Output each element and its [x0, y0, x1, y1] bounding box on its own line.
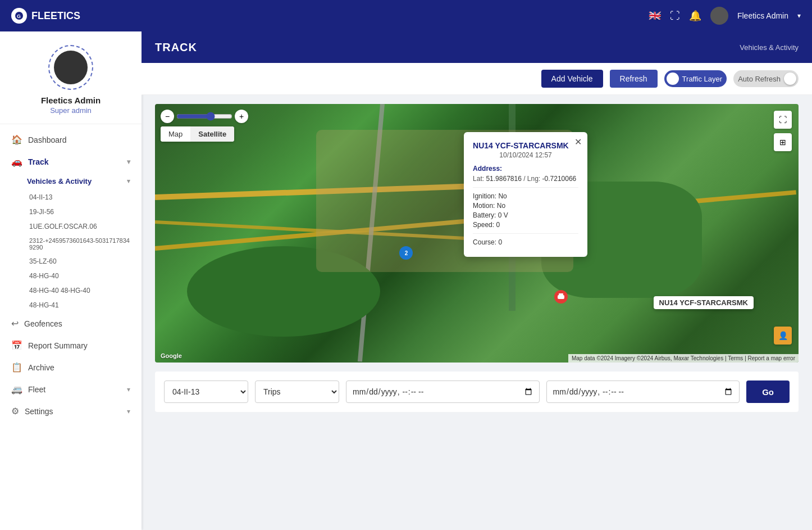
admin-dropdown-icon[interactable]: ▾ — [797, 12, 801, 20]
popup-coords: Lat: 51.9867816 / Lng: -0.7210066 — [473, 175, 578, 183]
sidebar-item-dashboard[interactable]: 🏠 Dashboard — [0, 129, 142, 151]
popup-lng: -0.7210066 — [542, 175, 577, 183]
map-controls-right: ⛶ ⊞ — [774, 111, 792, 151]
vehicle-item-6[interactable]: 48-HG-40 48-HG-40 — [0, 283, 142, 298]
main: TRACK Vehicles & Activity Add Vehicle Re… — [142, 31, 812, 530]
sidebar-item-label-fleet: Fleet — [28, 385, 45, 394]
map-type-satellite-button[interactable]: Satellite — [190, 126, 234, 142]
vehicle-select[interactable]: 04-II-13 19-JI-56 1UE.GOLF.OSCAR.06 35-L… — [164, 380, 248, 403]
sidebar-item-geofences[interactable]: ↩ Geofences — [0, 312, 142, 334]
vehicle-item-4[interactable]: 35-LZ-60 — [0, 254, 142, 269]
fleet-icon: 🚐 — [11, 384, 22, 395]
map-type-map-button[interactable]: Map — [161, 126, 190, 142]
zoom-in-button[interactable]: + — [235, 110, 248, 123]
sidebar-item-report-summary[interactable]: 📅 Report Summary — [0, 334, 142, 356]
auto-refresh-toggle[interactable]: Auto Refresh — [733, 70, 799, 87]
page-title: TRACK — [155, 41, 197, 54]
vehicle-item-7[interactable]: 48-HG-41 — [0, 298, 142, 312]
sidebar-item-track[interactable]: 🚗 Track ▾ — [0, 151, 142, 173]
logo-icon: G — [11, 8, 27, 24]
popup-motion-value: No — [497, 202, 505, 210]
svg-rect-3 — [559, 293, 563, 296]
popup-address-label: Address: — [473, 165, 578, 173]
sidebar-item-label-geofences: Geofences — [24, 319, 62, 328]
grid-view-button[interactable]: ⊞ — [774, 133, 792, 151]
traffic-layer-knob — [667, 73, 679, 85]
popup-battery-value: 0 V — [498, 211, 508, 219]
popup-divider — [473, 187, 578, 188]
sidebar-item-label-report: Report Summary — [28, 341, 88, 350]
vehicle-item-0[interactable]: 04-II-13 — [0, 190, 142, 205]
zoom-slider[interactable] — [176, 112, 232, 121]
from-date-input[interactable] — [346, 380, 540, 403]
sidebar-item-vehicles-activity[interactable]: Vehicles & Activity ▾ — [0, 173, 142, 190]
popup-course-label: Course: — [473, 238, 498, 246]
sidebar-item-label-track: Track — [28, 157, 49, 166]
traffic-layer-toggle[interactable]: Traffic Layer — [664, 70, 727, 87]
vehicle-list: 04-II-13 19-JI-56 1UE.GOLF.OSCAR.06 2312… — [0, 190, 142, 312]
popup-ignition-value: No — [498, 192, 507, 200]
popup-course-value: 0 — [498, 238, 502, 246]
popup-battery-label: Battery: — [473, 211, 498, 219]
map-vehicle-label: NU14 YCF-STARCARSMK — [654, 296, 754, 309]
vehicle-item-1[interactable]: 19-JI-56 — [0, 205, 142, 219]
sub-nav-track: Vehicles & Activity ▾ 04-II-13 19-JI-56 … — [0, 173, 142, 312]
popup-vehicle-id: NU14 YCF-STARCARSMK — [473, 141, 578, 150]
popup-ignition: Ignition: No — [473, 192, 578, 200]
popup-ignition-label: Ignition: — [473, 192, 498, 200]
fleet-chevron-icon: ▾ — [127, 386, 130, 393]
fullscreen-map-button[interactable]: ⛶ — [774, 111, 792, 129]
sidebar-item-label-archive: Archive — [28, 363, 54, 372]
settings-icon: ⚙ — [11, 406, 19, 416]
vehicle-item-2[interactable]: 1UE.GOLF.OSCAR.06 — [0, 219, 142, 234]
profile-avatar — [54, 51, 88, 84]
go-button[interactable]: Go — [746, 380, 790, 403]
sidebar-item-archive[interactable]: 📋 Archive — [0, 356, 142, 378]
map-info-popup: ✕ NU14 YCF-STARCARSMK 10/10/2024 12:57 A… — [464, 132, 587, 257]
map-type-controls: Map Satellite — [161, 126, 234, 142]
street-view-button[interactable]: 👤 — [774, 327, 792, 345]
vehicle-item-5[interactable]: 48-HG-40 — [0, 269, 142, 283]
sidebar-profile: Fleetics Admin Super admin — [0, 31, 142, 124]
sidebar-item-fleet[interactable]: 🚐 Fleet ▾ — [0, 378, 142, 400]
flag-icon[interactable]: 🇬🇧 — [649, 10, 661, 22]
topnav: G FLEETICS 🇬🇧 ⛶ 🔔 Fleetics Admin ▾ — [0, 0, 812, 31]
sidebar-item-settings[interactable]: ⚙ Settings ▾ — [0, 400, 142, 422]
add-vehicle-button[interactable]: Add Vehicle — [541, 70, 603, 88]
sidebar: Fleetics Admin Super admin 🏠 Dashboard 🚗… — [0, 31, 142, 530]
popup-motion: Motion: No — [473, 202, 578, 210]
vehicle-marker-red[interactable] — [554, 290, 568, 303]
bell-icon[interactable]: 🔔 — [689, 10, 701, 22]
to-date-input[interactable] — [546, 380, 740, 403]
vehicle-item-3[interactable]: 2312-+2459573601643-50317178349290 — [0, 234, 142, 254]
map-container[interactable]: − + Map Satellite 2 ✕ NU14 YCF-STARCARSM… — [155, 104, 799, 363]
report-type-select[interactable]: Trips Stops Events Summary — [255, 380, 339, 403]
zoom-out-button[interactable]: − — [161, 110, 174, 123]
svg-text:G: G — [17, 13, 21, 19]
google-watermark: Google — [161, 352, 182, 359]
popup-battery: Battery: 0 V — [473, 211, 578, 219]
sidebar-item-label-dashboard: Dashboard — [28, 135, 67, 144]
vehicles-chevron-icon: ▾ — [127, 178, 130, 185]
popup-speed-label: Speed: — [473, 221, 496, 229]
filter-bar: 04-II-13 19-JI-56 1UE.GOLF.OSCAR.06 35-L… — [155, 372, 799, 412]
settings-chevron-icon: ▾ — [127, 407, 130, 415]
popup-close-button[interactable]: ✕ — [574, 137, 582, 147]
breadcrumb: Vehicles & Activity — [740, 43, 799, 52]
archive-icon: 📋 — [11, 362, 22, 373]
vehicles-activity-label: Vehicles & Activity — [27, 177, 92, 185]
popup-lat: 51.9867816 — [486, 175, 521, 183]
refresh-button[interactable]: Refresh — [610, 70, 658, 88]
popup-speed-value: 0 — [496, 221, 500, 229]
sidebar-item-label-settings: Settings — [25, 407, 53, 416]
map-attribution: Map data ©2024 Imagery ©2024 Airbus, Max… — [568, 354, 799, 363]
popup-divider-2 — [473, 233, 578, 234]
admin-name: Fleetics Admin — [737, 11, 788, 20]
app-name: FLEETICS — [31, 10, 80, 22]
popup-speed: Speed: 0 — [473, 221, 578, 229]
fullscreen-icon[interactable]: ⛶ — [670, 10, 680, 22]
logo[interactable]: G FLEETICS — [11, 8, 80, 24]
dashboard-icon: 🏠 — [11, 134, 22, 145]
toolbar: Add Vehicle Refresh Traffic Layer Auto R… — [142, 63, 812, 95]
popup-course: Course: 0 — [473, 238, 578, 246]
